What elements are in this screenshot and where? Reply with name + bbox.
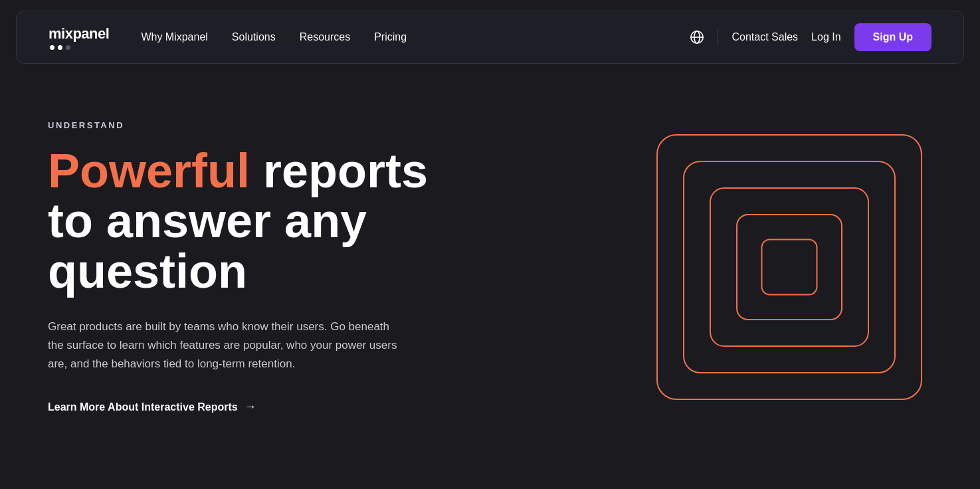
hero-graphic bbox=[646, 124, 932, 410]
contact-sales-link[interactable]: Contact Sales bbox=[732, 31, 798, 43]
logo-dot-2 bbox=[58, 45, 62, 50]
logo[interactable]: mixpanel bbox=[49, 25, 109, 50]
hero-cta-link[interactable]: Learn More About Interactive Reports → bbox=[48, 400, 256, 414]
nav-left: mixpanel Why Mixpanel Solutions Resource… bbox=[49, 25, 407, 50]
nav-link-why-mixpanel[interactable]: Why Mixpanel bbox=[141, 31, 207, 43]
logo-dots bbox=[49, 45, 109, 50]
nav-item-pricing[interactable]: Pricing bbox=[374, 31, 407, 43]
nav-item-resources[interactable]: Resources bbox=[300, 31, 350, 43]
nav-link-solutions[interactable]: Solutions bbox=[232, 31, 276, 43]
nested-squares bbox=[656, 134, 922, 400]
globe-icon[interactable] bbox=[690, 30, 704, 45]
nav-right: Contact Sales Log In Sign Up bbox=[690, 23, 931, 51]
nav-links: Why Mixpanel Solutions Resources Pricing bbox=[141, 31, 407, 43]
log-in-link[interactable]: Log In bbox=[811, 31, 840, 43]
hero-body: Great products are built by teams who kn… bbox=[48, 318, 407, 373]
hero-cta-text: Learn More About Interactive Reports bbox=[48, 401, 238, 413]
nav-divider bbox=[718, 29, 718, 45]
nav-item-why-mixpanel[interactable]: Why Mixpanel bbox=[141, 31, 207, 43]
hero-eyebrow: UNDERSTAND bbox=[48, 120, 460, 130]
nav-link-resources[interactable]: Resources bbox=[300, 31, 350, 43]
nav-item-solutions[interactable]: Solutions bbox=[232, 31, 276, 43]
hero-cta-arrow: → bbox=[245, 400, 256, 414]
logo-text: mixpanel bbox=[49, 25, 109, 43]
navbar: mixpanel Why Mixpanel Solutions Resource… bbox=[16, 11, 964, 64]
hero-section: UNDERSTAND Powerful reports to answer an… bbox=[0, 74, 980, 460]
square-5 bbox=[761, 239, 818, 296]
sign-up-button[interactable]: Sign Up bbox=[854, 23, 931, 51]
nav-link-pricing[interactable]: Pricing bbox=[374, 31, 407, 43]
hero-headline-accent: Powerful bbox=[48, 144, 250, 197]
hero-headline: Powerful reports to answer any question bbox=[48, 146, 460, 297]
logo-dot-3 bbox=[66, 45, 70, 50]
logo-dot-1 bbox=[50, 45, 54, 50]
hero-content: UNDERSTAND Powerful reports to answer an… bbox=[48, 120, 460, 415]
